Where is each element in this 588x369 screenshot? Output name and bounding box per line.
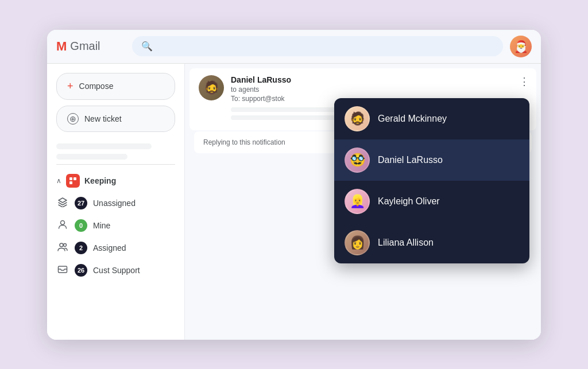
- mine-badge: 0: [75, 219, 87, 232]
- three-dots-icon[interactable]: ⋮: [519, 75, 529, 88]
- sidebar-item-mine[interactable]: 0 Mine: [47, 215, 177, 237]
- browser-window: M Gmail 🔍 🎅 + Compose ⊕ New ticket: [47, 30, 541, 340]
- cust-support-label: Cust Support: [93, 266, 140, 275]
- dropdown-item-liliana[interactable]: 👩 Liliana Allison: [334, 222, 529, 263]
- sidebar-item-unassigned[interactable]: 27 Unassigned: [47, 192, 177, 215]
- kayleigh-avatar: 👱‍♀️: [345, 189, 370, 214]
- sidebar-divider: [56, 164, 175, 165]
- unassigned-label: Unassigned: [93, 199, 136, 208]
- inbox-icon: [56, 264, 69, 277]
- liliana-name: Liliana Allison: [378, 238, 434, 248]
- user-avatar[interactable]: 🎅: [510, 36, 532, 57]
- assigned-label: Assigned: [93, 243, 126, 253]
- main-content: + Compose ⊕ New ticket ∧: [47, 64, 541, 340]
- top-bar: M Gmail 🔍 🎅: [47, 30, 541, 64]
- email-sender-name: Daniel LaRusso: [231, 75, 527, 84]
- dropdown-item-kayleigh[interactable]: 👱‍♀️ Kayleigh Oliver: [334, 181, 529, 222]
- assigned-badge: 2: [75, 242, 87, 254]
- compose-button[interactable]: + Compose: [56, 73, 175, 100]
- compose-label: Compose: [79, 81, 114, 91]
- people-icon: [56, 242, 69, 255]
- gmail-label: Gmail: [70, 40, 100, 53]
- agent-dropdown: 🧔 Gerald Mckinney 🥸 Daniel LaRusso 👱‍♀️ …: [334, 98, 529, 263]
- gerald-name: Gerald Mckinney: [378, 114, 447, 124]
- search-icon: 🔍: [141, 41, 153, 52]
- new-ticket-button[interactable]: ⊕ New ticket: [56, 106, 175, 132]
- new-ticket-label: New ticket: [84, 114, 122, 123]
- sidebar-item-cust-support[interactable]: 26 Cust Support: [47, 259, 177, 282]
- sidebar-item-assigned[interactable]: 2 Assigned: [47, 237, 177, 259]
- liliana-avatar: 👩: [345, 230, 370, 255]
- keeping-header[interactable]: ∧ Keeping: [47, 169, 184, 192]
- email-subline: to agents: [231, 86, 527, 94]
- chevron-icon: ∧: [56, 177, 61, 185]
- unassigned-badge: 27: [75, 197, 87, 209]
- svg-point-4: [60, 243, 63, 247]
- skeleton-line-1: [56, 143, 152, 149]
- dropdown-item-daniel[interactable]: 🥸 Daniel LaRusso: [334, 139, 529, 181]
- svg-rect-1: [74, 177, 76, 180]
- sidebar: + Compose ⊕ New ticket ∧: [47, 64, 185, 340]
- person-icon: [56, 219, 69, 232]
- dropdown-item-gerald[interactable]: 🧔 Gerald Mckinney: [334, 98, 529, 139]
- kayleigh-name: Kayleigh Oliver: [378, 196, 440, 207]
- layers-icon: [56, 197, 69, 210]
- svg-point-5: [64, 243, 67, 246]
- compose-plus-icon: +: [67, 80, 74, 92]
- gmail-m-icon: M: [56, 39, 67, 54]
- svg-point-3: [61, 220, 65, 224]
- keeping-label: Keeping: [84, 176, 116, 185]
- skeleton-section: [47, 143, 184, 160]
- email-sender-avatar: 🧔: [199, 75, 224, 100]
- skeleton-line-2: [56, 154, 127, 160]
- keeping-logo-icon: [66, 174, 80, 188]
- daniel-avatar: 🥸: [345, 147, 370, 173]
- svg-rect-2: [69, 181, 72, 184]
- mine-label: Mine: [93, 221, 110, 230]
- daniel-name: Daniel LaRusso: [378, 155, 443, 165]
- gmail-logo: M Gmail: [56, 39, 125, 54]
- email-area: 🧔 Daniel LaRusso to agents To: support@s…: [185, 64, 541, 340]
- search-input[interactable]: [157, 41, 494, 51]
- cust-support-badge: 26: [75, 264, 87, 277]
- search-bar[interactable]: 🔍: [132, 36, 503, 56]
- svg-rect-0: [69, 177, 72, 180]
- new-ticket-icon: ⊕: [67, 113, 79, 125]
- gerald-avatar: 🧔: [345, 106, 370, 131]
